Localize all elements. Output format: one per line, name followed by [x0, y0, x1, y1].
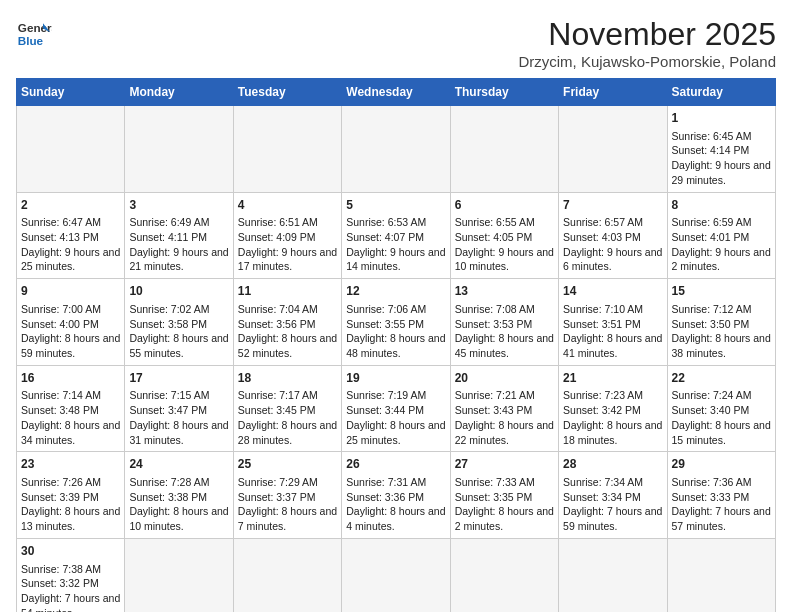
calendar-empty: [125, 106, 233, 193]
day-header-tuesday: Tuesday: [233, 79, 341, 106]
calendar-table: SundayMondayTuesdayWednesdayThursdayFrid…: [16, 78, 776, 612]
calendar-day-23: 23Sunrise: 7:26 AM Sunset: 3:39 PM Dayli…: [17, 452, 125, 539]
calendar-day-26: 26Sunrise: 7:31 AM Sunset: 3:36 PM Dayli…: [342, 452, 450, 539]
day-number: 29: [672, 456, 771, 473]
day-number: 1: [672, 110, 771, 127]
day-info: Sunrise: 7:33 AM Sunset: 3:35 PM Dayligh…: [455, 475, 554, 534]
calendar-day-16: 16Sunrise: 7:14 AM Sunset: 3:48 PM Dayli…: [17, 365, 125, 452]
day-number: 12: [346, 283, 445, 300]
day-info: Sunrise: 7:00 AM Sunset: 4:00 PM Dayligh…: [21, 302, 120, 361]
day-info: Sunrise: 7:21 AM Sunset: 3:43 PM Dayligh…: [455, 388, 554, 447]
day-number: 7: [563, 197, 662, 214]
calendar-day-30: 30Sunrise: 7:38 AM Sunset: 3:32 PM Dayli…: [17, 538, 125, 612]
calendar-day-27: 27Sunrise: 7:33 AM Sunset: 3:35 PM Dayli…: [450, 452, 558, 539]
calendar-day-22: 22Sunrise: 7:24 AM Sunset: 3:40 PM Dayli…: [667, 365, 775, 452]
day-number: 22: [672, 370, 771, 387]
logo: General Blue: [16, 16, 52, 52]
calendar-day-19: 19Sunrise: 7:19 AM Sunset: 3:44 PM Dayli…: [342, 365, 450, 452]
calendar-day-12: 12Sunrise: 7:06 AM Sunset: 3:55 PM Dayli…: [342, 279, 450, 366]
calendar-empty: [450, 106, 558, 193]
svg-text:General: General: [18, 21, 52, 34]
day-number: 27: [455, 456, 554, 473]
day-number: 16: [21, 370, 120, 387]
day-number: 20: [455, 370, 554, 387]
day-number: 9: [21, 283, 120, 300]
logo-icon: General Blue: [16, 16, 52, 52]
calendar-day-6: 6Sunrise: 6:55 AM Sunset: 4:05 PM Daylig…: [450, 192, 558, 279]
location-title: Drzycim, Kujawsko-Pomorskie, Poland: [518, 53, 776, 70]
calendar-day-9: 9Sunrise: 7:00 AM Sunset: 4:00 PM Daylig…: [17, 279, 125, 366]
day-info: Sunrise: 6:53 AM Sunset: 4:07 PM Dayligh…: [346, 215, 445, 274]
day-info: Sunrise: 7:15 AM Sunset: 3:47 PM Dayligh…: [129, 388, 228, 447]
calendar-day-13: 13Sunrise: 7:08 AM Sunset: 3:53 PM Dayli…: [450, 279, 558, 366]
day-header-saturday: Saturday: [667, 79, 775, 106]
day-number: 4: [238, 197, 337, 214]
calendar-empty: [17, 106, 125, 193]
calendar-empty: [559, 538, 667, 612]
calendar-day-4: 4Sunrise: 6:51 AM Sunset: 4:09 PM Daylig…: [233, 192, 341, 279]
page-header: General Blue November 2025 Drzycim, Kuja…: [16, 16, 776, 70]
day-number: 21: [563, 370, 662, 387]
day-number: 5: [346, 197, 445, 214]
day-info: Sunrise: 7:04 AM Sunset: 3:56 PM Dayligh…: [238, 302, 337, 361]
day-header-wednesday: Wednesday: [342, 79, 450, 106]
day-info: Sunrise: 7:17 AM Sunset: 3:45 PM Dayligh…: [238, 388, 337, 447]
day-info: Sunrise: 6:47 AM Sunset: 4:13 PM Dayligh…: [21, 215, 120, 274]
day-info: Sunrise: 7:10 AM Sunset: 3:51 PM Dayligh…: [563, 302, 662, 361]
day-info: Sunrise: 7:34 AM Sunset: 3:34 PM Dayligh…: [563, 475, 662, 534]
svg-text:Blue: Blue: [18, 34, 44, 47]
day-header-friday: Friday: [559, 79, 667, 106]
day-number: 23: [21, 456, 120, 473]
calendar-day-1: 1Sunrise: 6:45 AM Sunset: 4:14 PM Daylig…: [667, 106, 775, 193]
calendar-day-28: 28Sunrise: 7:34 AM Sunset: 3:34 PM Dayli…: [559, 452, 667, 539]
day-number: 2: [21, 197, 120, 214]
title-section: November 2025 Drzycim, Kujawsko-Pomorski…: [518, 16, 776, 70]
calendar-day-2: 2Sunrise: 6:47 AM Sunset: 4:13 PM Daylig…: [17, 192, 125, 279]
calendar-day-15: 15Sunrise: 7:12 AM Sunset: 3:50 PM Dayli…: [667, 279, 775, 366]
calendar-day-17: 17Sunrise: 7:15 AM Sunset: 3:47 PM Dayli…: [125, 365, 233, 452]
calendar-day-14: 14Sunrise: 7:10 AM Sunset: 3:51 PM Dayli…: [559, 279, 667, 366]
day-number: 26: [346, 456, 445, 473]
day-number: 6: [455, 197, 554, 214]
day-number: 18: [238, 370, 337, 387]
calendar-body: 1Sunrise: 6:45 AM Sunset: 4:14 PM Daylig…: [17, 106, 776, 613]
day-info: Sunrise: 6:57 AM Sunset: 4:03 PM Dayligh…: [563, 215, 662, 274]
calendar-day-3: 3Sunrise: 6:49 AM Sunset: 4:11 PM Daylig…: [125, 192, 233, 279]
calendar-day-21: 21Sunrise: 7:23 AM Sunset: 3:42 PM Dayli…: [559, 365, 667, 452]
calendar-header: SundayMondayTuesdayWednesdayThursdayFrid…: [17, 79, 776, 106]
calendar-empty: [559, 106, 667, 193]
day-header-monday: Monday: [125, 79, 233, 106]
day-number: 28: [563, 456, 662, 473]
day-number: 30: [21, 543, 120, 560]
day-number: 15: [672, 283, 771, 300]
day-info: Sunrise: 7:31 AM Sunset: 3:36 PM Dayligh…: [346, 475, 445, 534]
calendar-empty: [450, 538, 558, 612]
day-info: Sunrise: 7:23 AM Sunset: 3:42 PM Dayligh…: [563, 388, 662, 447]
calendar-empty: [342, 538, 450, 612]
calendar-empty: [233, 106, 341, 193]
day-info: Sunrise: 7:28 AM Sunset: 3:38 PM Dayligh…: [129, 475, 228, 534]
day-number: 13: [455, 283, 554, 300]
calendar-day-10: 10Sunrise: 7:02 AM Sunset: 3:58 PM Dayli…: [125, 279, 233, 366]
day-header-sunday: Sunday: [17, 79, 125, 106]
day-info: Sunrise: 7:12 AM Sunset: 3:50 PM Dayligh…: [672, 302, 771, 361]
day-info: Sunrise: 6:49 AM Sunset: 4:11 PM Dayligh…: [129, 215, 228, 274]
day-info: Sunrise: 7:38 AM Sunset: 3:32 PM Dayligh…: [21, 562, 120, 612]
calendar-day-29: 29Sunrise: 7:36 AM Sunset: 3:33 PM Dayli…: [667, 452, 775, 539]
days-row: SundayMondayTuesdayWednesdayThursdayFrid…: [17, 79, 776, 106]
calendar-empty: [125, 538, 233, 612]
calendar-day-20: 20Sunrise: 7:21 AM Sunset: 3:43 PM Dayli…: [450, 365, 558, 452]
calendar-day-7: 7Sunrise: 6:57 AM Sunset: 4:03 PM Daylig…: [559, 192, 667, 279]
calendar-day-8: 8Sunrise: 6:59 AM Sunset: 4:01 PM Daylig…: [667, 192, 775, 279]
day-number: 8: [672, 197, 771, 214]
calendar-empty: [667, 538, 775, 612]
day-info: Sunrise: 7:02 AM Sunset: 3:58 PM Dayligh…: [129, 302, 228, 361]
day-info: Sunrise: 6:55 AM Sunset: 4:05 PM Dayligh…: [455, 215, 554, 274]
day-info: Sunrise: 7:26 AM Sunset: 3:39 PM Dayligh…: [21, 475, 120, 534]
day-number: 11: [238, 283, 337, 300]
calendar-day-5: 5Sunrise: 6:53 AM Sunset: 4:07 PM Daylig…: [342, 192, 450, 279]
month-title: November 2025: [518, 16, 776, 53]
day-info: Sunrise: 7:29 AM Sunset: 3:37 PM Dayligh…: [238, 475, 337, 534]
calendar-day-25: 25Sunrise: 7:29 AM Sunset: 3:37 PM Dayli…: [233, 452, 341, 539]
day-info: Sunrise: 6:59 AM Sunset: 4:01 PM Dayligh…: [672, 215, 771, 274]
